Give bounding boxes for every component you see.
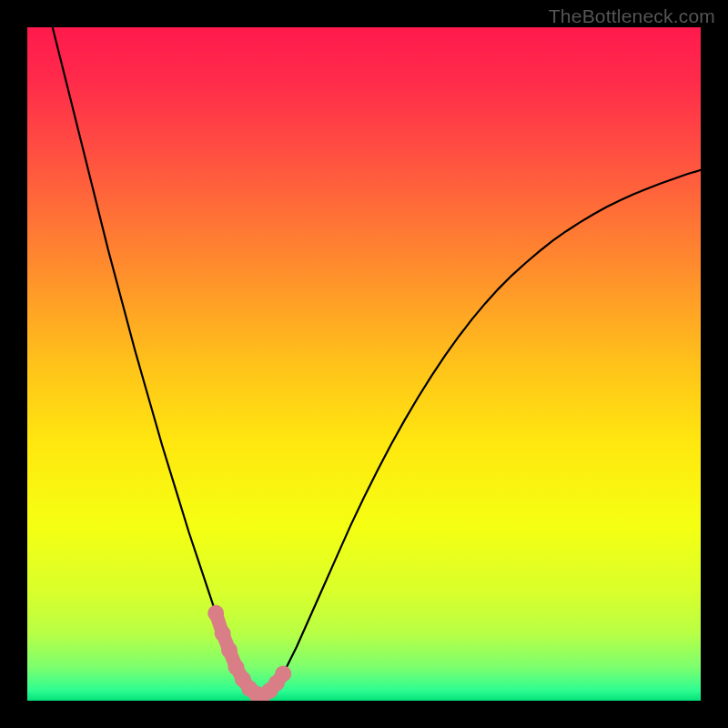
watermark-text: TheBottleneck.com bbox=[549, 5, 715, 27]
chart-frame: TheBottleneck.com bbox=[0, 0, 728, 728]
highlight-marker bbox=[207, 605, 224, 622]
highlight-marker bbox=[275, 665, 291, 682]
highlight-markers bbox=[207, 605, 291, 701]
highlight-marker bbox=[221, 642, 238, 659]
bottleneck-curve bbox=[27, 27, 701, 695]
highlight-marker bbox=[215, 625, 231, 642]
curve-layer bbox=[27, 27, 701, 701]
plot-area bbox=[27, 27, 701, 701]
